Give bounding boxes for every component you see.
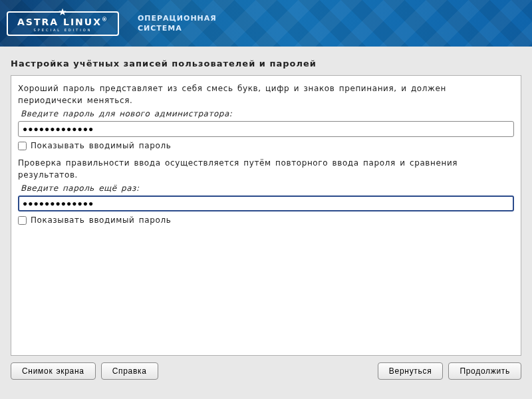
password-hint-text: Хороший пароль представляет из себя смес… — [18, 82, 514, 106]
svg-marker-0 — [59, 8, 66, 15]
logo-subtext: SPECIAL EDITION — [34, 28, 92, 32]
show-password-2-checkbox[interactable] — [18, 216, 27, 225]
banner: ASTRA LINUX® SPECIAL EDITION ОПЕРАЦИОННА… — [0, 0, 532, 47]
star-icon — [59, 8, 66, 16]
password-prompt-1: Введите пароль для нового администратора… — [21, 109, 514, 118]
page-title: Настройка учётных записей пользователей … — [11, 59, 521, 68]
show-password-2-label[interactable]: Показывать вводимый пароль — [31, 215, 171, 225]
continue-button[interactable]: Продолжить — [448, 362, 521, 380]
tagline: ОПЕРАЦИОННАЯ СИСТЕМА — [138, 13, 217, 34]
form-panel: Хороший пароль представляет из себя смес… — [11, 75, 521, 356]
footer: Снимок экрана Справка Вернуться Продолжи… — [0, 356, 532, 380]
logo-text: ASTRA LINUX® — [17, 17, 108, 27]
password-prompt-2: Введите пароль ещё раз: — [21, 184, 514, 193]
password-confirm-hint: Проверка правильности ввода осуществляет… — [18, 157, 514, 181]
admin-password-input[interactable] — [18, 121, 514, 137]
back-button[interactable]: Вернуться — [378, 362, 444, 380]
help-button[interactable]: Справка — [101, 362, 158, 380]
brand-logo: ASTRA LINUX® SPECIAL EDITION — [7, 11, 119, 36]
screenshot-button[interactable]: Снимок экрана — [11, 362, 96, 380]
show-password-1-label[interactable]: Показывать вводимый пароль — [31, 141, 171, 150]
show-password-1-checkbox[interactable] — [18, 142, 27, 150]
admin-password-confirm-input[interactable] — [18, 196, 514, 211]
